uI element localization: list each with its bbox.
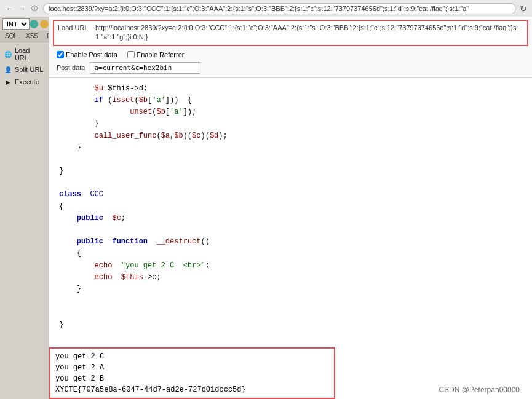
code-line: public function __destruct(): [59, 236, 522, 248]
url-label: Load URL: [58, 23, 92, 31]
code-line: }: [59, 142, 522, 154]
referrer-checkbox-label: Enable Referrer: [137, 51, 185, 58]
referrer-checkbox-input[interactable]: [127, 51, 135, 58]
code-line: if (isset($b['a'])) {: [59, 95, 522, 106]
sidebar-item-split-url[interactable]: 👤 Split URL: [2, 63, 46, 76]
sidebar-tab-bar: SQL XSS Encryption Encodings Others: [0, 31, 49, 42]
code-line: [59, 224, 522, 236]
info-icon: ⓘ: [30, 4, 39, 14]
output-line-1: you get 2 C: [55, 351, 329, 362]
top-panel: Load URL http://localhost:2839/?xy=a:2:{…: [49, 17, 532, 78]
tab-encryption[interactable]: Encryption: [43, 31, 49, 42]
content-area: Load URL http://localhost:2839/?xy=a:2:{…: [49, 17, 532, 399]
sidebar-top: INT: [0, 17, 49, 31]
sidebar-item-load-url[interactable]: 🌐 Load URL: [2, 45, 46, 63]
url-value: http://localhost:2839/?xy=a:2:{i:0;O:3:"…: [95, 23, 523, 42]
code-line: }: [59, 118, 522, 130]
code-line: }: [59, 319, 522, 331]
output-line-2: you get 2 A: [55, 362, 329, 373]
address-bar[interactable]: localhost:2839/?xy=a:2;{i:0;O:3:"CCC":1:…: [43, 3, 516, 14]
sidebar-items: 🌐 Load URL 👤 Split URL ▶ Execute: [0, 42, 49, 90]
execute-label: Execute: [15, 78, 39, 85]
output-line-3: you get 2 B: [55, 373, 329, 384]
reload-icon[interactable]: ↻: [520, 4, 527, 14]
postdata-label: Post data: [57, 64, 85, 71]
green-button[interactable]: [30, 20, 38, 28]
code-area: $u=$this->d; if (isset($b['a'])) { unset…: [49, 78, 532, 399]
main-container: INT SQL XSS Encryption Encodings Others …: [0, 17, 532, 399]
forward-icon[interactable]: →: [17, 4, 27, 14]
postdata-row: Post data: [49, 61, 532, 77]
back-icon[interactable]: ←: [5, 4, 15, 14]
code-line: public $c;: [59, 213, 522, 224]
nav-icons: ← → ⓘ: [5, 4, 39, 14]
checkboxes-row: Enable Post data Enable Referrer: [49, 49, 532, 61]
sidebar-item-execute[interactable]: ▶ Execute: [2, 76, 46, 88]
load-url-icon: 🌐: [4, 50, 12, 58]
code-line: {: [59, 248, 522, 259]
enable-post-data-checkbox[interactable]: Enable Post data: [57, 51, 117, 58]
split-url-label: Split URL: [15, 66, 43, 73]
yellow-button[interactable]: [40, 20, 49, 28]
code-line: echo "you get 2 C <br>";: [59, 260, 522, 272]
code-line: [59, 295, 522, 307]
post-data-checkbox-input[interactable]: [57, 51, 64, 58]
code-line: echo $this->c;: [59, 272, 522, 283]
browser-toolbar: ← → ⓘ localhost:2839/?xy=a:2;{i:0;O:3:"C…: [0, 0, 532, 17]
output-box: you get 2 C you get 2 A you get 2 B XYCT…: [49, 347, 335, 399]
code-line: $u=$this->d;: [59, 83, 522, 95]
split-url-icon: 👤: [4, 65, 12, 74]
url-row: Load URL http://localhost:2839/?xy=a:2:{…: [53, 20, 528, 46]
post-data-checkbox-label: Enable Post data: [66, 51, 117, 58]
code-line: {: [59, 201, 522, 213]
tab-sql[interactable]: SQL: [1, 31, 21, 42]
code-line: call_user_func($a,$b)($c)($d);: [59, 130, 522, 142]
code-line: [59, 177, 522, 189]
tab-xss[interactable]: XSS: [22, 31, 42, 42]
code-line: [59, 307, 522, 318]
code-line: unset($b['a']);: [59, 106, 522, 118]
postdata-input[interactable]: [90, 62, 200, 74]
code-line: }: [59, 165, 522, 177]
enable-referrer-checkbox[interactable]: Enable Referrer: [127, 51, 185, 58]
output-line-4: XYCTE{707a5e8a-6047-44d7-ad2e-727d01dccc…: [55, 384, 329, 395]
watermark: CSDN @Peterpan00000: [439, 385, 520, 394]
code-line: [59, 331, 522, 342]
code-line: }: [59, 283, 522, 295]
execute-icon: ▶: [4, 77, 12, 86]
sidebar: INT SQL XSS Encryption Encodings Others …: [0, 17, 49, 399]
code-line: [59, 154, 522, 165]
load-url-label: Load URL: [15, 47, 45, 61]
int-select[interactable]: INT: [2, 18, 30, 30]
code-line: class CCC: [59, 189, 522, 200]
